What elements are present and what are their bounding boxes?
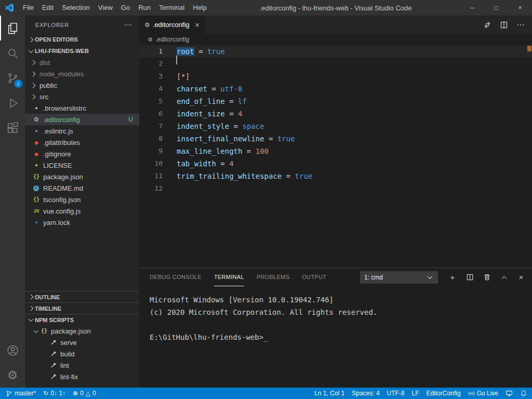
panel-tab-terminal[interactable]: TERMINAL xyxy=(214,268,244,286)
code-line-1[interactable]: 1root = true xyxy=(139,45,532,58)
menu-help[interactable]: Help xyxy=(189,0,211,16)
code-line-3[interactable]: 3[*] xyxy=(139,70,532,83)
code-line-10[interactable]: 10tab_width = 4 xyxy=(139,157,532,170)
menu-file[interactable]: File xyxy=(19,0,38,16)
npm-scripts-section[interactable]: NPM SCRIPTS xyxy=(25,314,139,325)
breadcrumb[interactable]: ⚙ .editorconfig xyxy=(139,34,532,45)
open-editors-section[interactable]: OPEN EDITORS xyxy=(25,34,139,45)
activity-search[interactable] xyxy=(0,41,25,65)
tree-item-yarn-lock[interactable]: ●yarn.lock xyxy=(25,217,139,228)
tree-item-dist[interactable]: dist xyxy=(25,57,139,68)
go-live-button[interactable]: Go Live xyxy=(464,388,502,399)
breadcrumb-item[interactable]: .editorconfig xyxy=(155,36,189,43)
activity-account[interactable] xyxy=(0,338,25,363)
more-actions-icon[interactable]: ⋯ xyxy=(124,20,132,30)
npm-package-json[interactable]: {}package.json xyxy=(25,325,139,337)
close-panel-button[interactable]: × xyxy=(516,273,526,282)
tree-item-editorconfig[interactable]: ⚙.editorconfigU xyxy=(25,114,139,125)
encoding-setting[interactable]: UTF-8 xyxy=(383,388,408,399)
menu-edit[interactable]: Edit xyxy=(38,0,58,16)
json-file-icon: {} xyxy=(40,328,48,334)
panel-actions: 1: cmd + × xyxy=(360,271,526,284)
outline-section[interactable]: OUTLINE xyxy=(25,291,139,302)
terminal-shell-select[interactable]: 1: cmd xyxy=(360,271,438,284)
menu-run[interactable]: Run xyxy=(134,0,155,16)
eol-label: LF xyxy=(412,390,419,397)
editorconfig-file-icon: ⚙ xyxy=(32,116,41,123)
terminal[interactable]: Microsoft Windows [Version 10.0.19042.74… xyxy=(139,286,532,388)
tree-item-readme-md[interactable]: iREADME.md xyxy=(25,182,139,194)
problems-indicator[interactable]: ⊗ 0 △ 0 xyxy=(69,388,100,399)
tree-item-src[interactable]: src xyxy=(25,91,139,102)
panel-tab-debug-console[interactable]: DEBUG CONSOLE xyxy=(150,268,202,286)
menu-terminal[interactable]: Terminal xyxy=(155,0,189,16)
tab-label: .editorconfig xyxy=(153,21,190,29)
code-line-9[interactable]: 9max_line_length = 100 xyxy=(139,145,532,157)
file-label: src xyxy=(39,93,48,101)
cursor-position[interactable]: Ln 1, Col 1 xyxy=(311,388,348,399)
close-tab-icon[interactable]: × xyxy=(195,21,200,29)
tree-item-public[interactable]: public xyxy=(25,79,139,91)
code-editor[interactable]: 1root = true23[*]4charset = utf-85end_of… xyxy=(139,45,532,268)
timeline-section[interactable]: TIMELINE xyxy=(25,302,139,314)
tab-editorconfig[interactable]: ⚙ .editorconfig × xyxy=(139,16,205,34)
sync-counts: 0↓ 1↑ xyxy=(50,390,65,397)
panel-tab-problems[interactable]: PROBLEMS xyxy=(257,268,290,286)
tree-item-vue-config-js[interactable]: JSvue.config.js xyxy=(25,205,139,217)
tree-item-node-modules[interactable]: node_modules xyxy=(25,68,139,79)
menu-selection[interactable]: Selection xyxy=(58,0,94,16)
code-line-2[interactable]: 2 xyxy=(139,58,532,70)
activity-source-control[interactable]: 1 xyxy=(0,65,25,90)
code-line-12[interactable]: 12 xyxy=(139,182,532,195)
code-line-4[interactable]: 4charset = utf-8 xyxy=(139,83,532,95)
code-line-11[interactable]: 11trim_trailing_whitespace = true xyxy=(139,170,532,182)
open-changes-icon[interactable] xyxy=(483,21,491,29)
account-icon xyxy=(6,344,19,357)
npm-script-lint[interactable]: lint xyxy=(25,360,139,371)
npm-script-lint-fix[interactable]: lint-fix xyxy=(25,371,139,382)
panel-tab-output[interactable]: OUTPUT xyxy=(302,268,326,286)
code-line-6[interactable]: 6indent_size = 4 xyxy=(139,108,532,120)
npm-script-serve[interactable]: serve xyxy=(25,337,139,348)
branch-indicator[interactable]: master* xyxy=(2,388,39,399)
sync-indicator[interactable]: ↻ 0↓ 1↑ xyxy=(39,388,69,399)
tree-item-package-json[interactable]: {}package.json xyxy=(25,171,139,182)
maximize-panel-button[interactable] xyxy=(499,273,509,282)
kill-terminal-button[interactable] xyxy=(482,273,491,282)
terminal-line: Microsoft Windows [Version 10.0.19042.74… xyxy=(150,294,532,306)
notifications-bell[interactable] xyxy=(516,388,531,399)
indentation-setting[interactable]: Spaces: 4 xyxy=(348,388,383,399)
tree-item-license[interactable]: ●LICENSE xyxy=(25,159,139,171)
minimize-button[interactable]: ─ xyxy=(460,0,484,16)
npm-script-build[interactable]: build xyxy=(25,348,139,360)
tree-item-gitignore[interactable]: ◆.gitignore xyxy=(25,148,139,159)
tree-item-eslintrc-js[interactable]: ●.eslintrc.js xyxy=(25,125,139,137)
remote-indicator[interactable] xyxy=(502,388,516,399)
code-line-8[interactable]: 8insert_final_newline = true xyxy=(139,132,532,145)
activity-run-debug[interactable] xyxy=(0,90,25,115)
run-debug-icon xyxy=(6,97,19,110)
menu-view[interactable]: View xyxy=(94,0,117,16)
eol-setting[interactable]: LF xyxy=(408,388,423,399)
activity-extensions[interactable] xyxy=(0,115,25,140)
tree-item-browserslistrc[interactable]: ●.browserslistrc xyxy=(25,102,139,114)
formatter-indicator[interactable]: EditorConfig xyxy=(423,388,464,399)
workspace-root-section[interactable]: LHU-FRIENDS-WEB xyxy=(25,45,139,57)
tree-item-gitattributes[interactable]: ◆.gitattributes xyxy=(25,137,139,148)
more-actions-icon[interactable]: ⋯ xyxy=(516,20,525,30)
file-label: package.json xyxy=(43,173,83,181)
new-terminal-button[interactable]: + xyxy=(448,273,457,282)
activity-settings[interactable]: ⚙ xyxy=(0,363,25,388)
maximize-button[interactable]: □ xyxy=(484,0,508,16)
menu-go[interactable]: Go xyxy=(117,0,134,16)
code-line-5[interactable]: 5end_of_line = lf xyxy=(139,95,532,108)
line-number: 5 xyxy=(139,95,177,108)
activity-explorer[interactable] xyxy=(0,16,25,41)
close-button[interactable]: × xyxy=(508,0,532,16)
file-label: .eslintrc.js xyxy=(43,127,73,135)
tree-item-tsconfig-json[interactable]: {}tsconfig.json xyxy=(25,194,139,205)
eslint-file-icon: ● xyxy=(32,129,41,134)
split-terminal-button[interactable] xyxy=(465,273,474,282)
split-editor-icon[interactable] xyxy=(500,21,508,29)
code-line-7[interactable]: 7indent_style = space xyxy=(139,120,532,132)
